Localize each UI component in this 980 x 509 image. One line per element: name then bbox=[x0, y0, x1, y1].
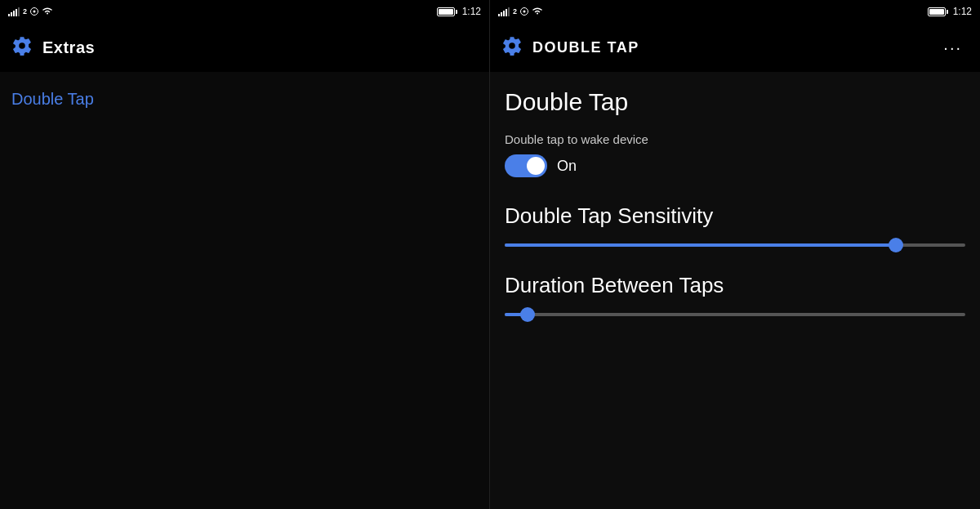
battery-icon-left bbox=[437, 7, 457, 16]
sensitivity-slider-track bbox=[505, 243, 965, 247]
left-panel: 2 1:12 E bbox=[0, 0, 490, 509]
signal-bars-icon bbox=[8, 7, 20, 16]
sensitivity-title: Double Tap Sensitivity bbox=[505, 203, 965, 229]
duration-slider-track bbox=[505, 313, 965, 316]
left-app-title: Extras bbox=[42, 38, 95, 57]
toggle-state-label: On bbox=[557, 158, 577, 175]
right-panel: 2 1:12 bbox=[490, 0, 980, 509]
left-time: 1:12 bbox=[462, 6, 481, 17]
right-status-left: 2 bbox=[498, 7, 543, 17]
more-options-button[interactable]: ··· bbox=[937, 35, 969, 60]
duration-slider-thumb[interactable] bbox=[520, 307, 535, 322]
sensitivity-slider-container bbox=[505, 243, 965, 247]
toggle-row: On bbox=[505, 154, 965, 177]
gear-icon-right bbox=[501, 35, 523, 60]
right-app-bar-left: DOUBLE TAP bbox=[501, 35, 639, 60]
network-type-right: 2 bbox=[513, 7, 517, 16]
sensitivity-slider-fill bbox=[505, 243, 896, 247]
data-icon-left bbox=[30, 7, 38, 16]
right-time: 1:12 bbox=[953, 6, 972, 17]
toggle-description: Double tap to wake device bbox=[505, 132, 965, 146]
right-status-bar: 2 1:12 bbox=[490, 0, 980, 23]
battery-icon-right bbox=[928, 7, 948, 16]
left-content: Double Tap bbox=[0, 72, 489, 509]
left-app-bar: Extras bbox=[0, 23, 489, 72]
toggle-knob bbox=[527, 157, 545, 175]
section-title: Double Tap bbox=[505, 88, 965, 116]
double-tap-menu-item[interactable]: Double Tap bbox=[11, 85, 478, 114]
duration-title: Duration Between Taps bbox=[505, 273, 965, 298]
left-status-left: 2 bbox=[8, 7, 53, 17]
left-status-bar: 2 1:12 bbox=[0, 0, 489, 23]
signal-bars-icon-right bbox=[498, 7, 510, 16]
data-icon-right bbox=[520, 7, 528, 16]
duration-slider-container bbox=[505, 313, 965, 316]
double-tap-toggle[interactable] bbox=[505, 154, 547, 177]
right-app-bar: DOUBLE TAP ··· bbox=[490, 23, 980, 72]
gear-icon-left bbox=[11, 35, 33, 60]
right-status-right: 1:12 bbox=[928, 6, 972, 17]
left-status-right: 1:12 bbox=[437, 6, 481, 17]
network-type-left: 2 bbox=[23, 7, 27, 16]
sensitivity-slider-thumb[interactable] bbox=[889, 238, 903, 252]
right-content: Double Tap Double tap to wake device On … bbox=[490, 72, 980, 509]
wifi-icon-left bbox=[42, 7, 53, 17]
right-app-title: DOUBLE TAP bbox=[532, 39, 639, 56]
wifi-icon-right bbox=[532, 7, 543, 17]
